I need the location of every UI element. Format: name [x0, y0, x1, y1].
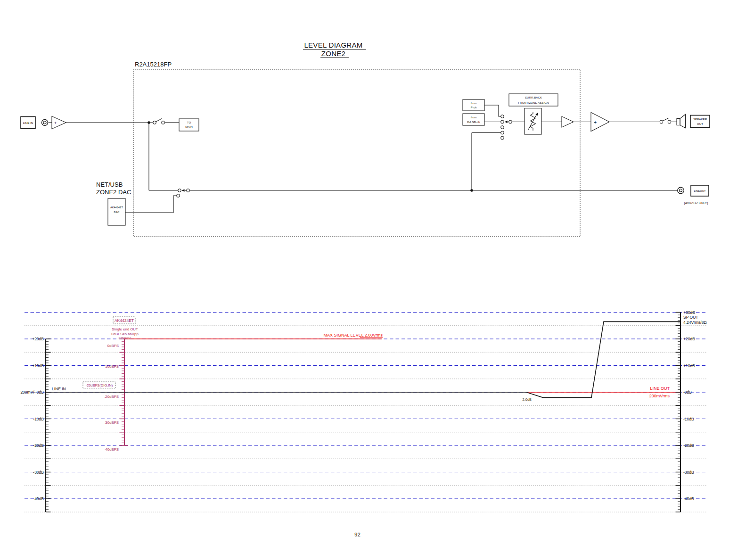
- left-ruler: [46, 339, 51, 512]
- net-usb-label-2: ZONE2 DAC: [96, 189, 131, 196]
- left-axis-label: +10dB: [32, 363, 44, 368]
- dig-in-label: -20dBFS(DIG.IN): [86, 383, 113, 387]
- wires: [49, 105, 678, 213]
- speaker-icon: [677, 115, 686, 128]
- dac-note: Single end OUT: [112, 327, 138, 331]
- left-axis-label: +20dB: [32, 337, 44, 341]
- junction-dot: [470, 189, 473, 192]
- speaker-out-label-1: SPEAKER: [693, 117, 707, 121]
- right-axis-label: +20dB: [683, 337, 695, 341]
- line-in-label: LINE IN: [52, 387, 66, 391]
- to-main-label-2: MAIN: [185, 125, 192, 128]
- dac-chip-label: AK4424ET: [115, 318, 134, 323]
- sp-out-value: 4.24Vrms/8Ω: [683, 320, 707, 325]
- rca-connector-icon: [42, 120, 48, 126]
- dac-box-label-1: AK4424ET: [110, 206, 123, 209]
- left-axis-label: 200mV/- 0dB: [20, 390, 44, 395]
- service-manual-page: LEVEL DIAGRAM ZONE2 R2A15218FP: [0, 0, 754, 560]
- left-axis-label: -10dB: [33, 417, 44, 421]
- dac-scale-label: -10dBFS: [104, 364, 119, 369]
- net-usb-selector-icon: [177, 189, 189, 197]
- sp-out-label: SP OUT: [683, 315, 698, 320]
- left-axis-label: -20dB: [33, 443, 44, 448]
- to-main-switch-icon: [153, 119, 164, 124]
- zone-assign-label-2: FRONT/ZONE ASSIGN: [518, 101, 549, 104]
- input-amp-icon: +: [52, 116, 66, 129]
- chip-boundary-box: [133, 70, 580, 237]
- volume-control-icon: [525, 108, 541, 135]
- dac-scale-label: -30dBFS: [104, 420, 119, 425]
- right-axis-label: +30dB: [683, 310, 695, 315]
- dac-note: 0dBFS=5.66Vpp: [111, 332, 139, 336]
- max-signal-level-label: MAX SIGNAL LEVEL 2.00Vrms: [323, 333, 383, 338]
- left-axis-label: -30dB: [33, 470, 44, 475]
- line-out-connector-icon: [678, 187, 684, 194]
- left-axis-label: -40dB: [33, 496, 44, 501]
- line-in-box-label: LINE IN: [23, 121, 33, 124]
- svg-text:+: +: [54, 121, 57, 125]
- right-axis-label: -20dB: [683, 443, 694, 448]
- dac-scale-label: -40dBFS: [104, 447, 119, 452]
- page-number: 92: [354, 532, 361, 537]
- from-da-sb-ch-label-1: from: [471, 115, 476, 119]
- right-axis-label: -10dB: [683, 417, 694, 421]
- svg-text:+: +: [594, 119, 597, 125]
- speaker-out-label-2: OUT: [697, 122, 703, 125]
- level-chart: -2.0dBLINE IN+20dB+10dB200mV/- 0dB-10dB-…: [20, 310, 707, 512]
- signal-drop-label: -2.0dB: [521, 397, 532, 402]
- dac-box-label-2: DAC: [114, 211, 120, 214]
- avr-note: (AVR2112 ONLY): [684, 201, 708, 205]
- right-ruler: [676, 313, 681, 512]
- right-axis-label: -0dB: [683, 390, 692, 395]
- power-amp-icon: +: [591, 113, 609, 132]
- chip-label: R2A15218FP: [135, 61, 172, 68]
- block-diagram: R2A15218FP: [21, 61, 710, 237]
- to-main-label-1: TO: [187, 121, 191, 124]
- line-out-value: 200mVrms: [649, 394, 670, 398]
- right-axis-label: +10dB: [683, 363, 695, 368]
- level-diagram-svg: R2A15218FP: [0, 0, 754, 560]
- junction-dot: [148, 121, 150, 124]
- net-usb-label-1: NET/USB: [96, 181, 123, 188]
- dac-note: =2Vrms: [119, 336, 131, 340]
- from-f-ch-label-2: F-ch: [471, 106, 477, 109]
- from-da-sb-ch-label-2: DA SB-ch: [467, 120, 480, 124]
- line-out-label: LINE OUT: [650, 386, 670, 391]
- input-selector-icon: [501, 115, 512, 140]
- right-axis-label: -40dB: [683, 496, 694, 501]
- zone-assign-label-1: SURR.BACK: [525, 96, 542, 99]
- right-axis-label: -30dB: [683, 470, 694, 475]
- speaker-switch-icon: [660, 118, 671, 124]
- line-out-box-label: LINEOUT: [694, 189, 706, 192]
- zone-amp-icon: [562, 116, 574, 127]
- from-f-ch-label-1: from: [471, 101, 476, 105]
- dac-scale-label: -20dBFS: [104, 395, 119, 399]
- dac-scale-label: 0dBFS: [107, 344, 119, 348]
